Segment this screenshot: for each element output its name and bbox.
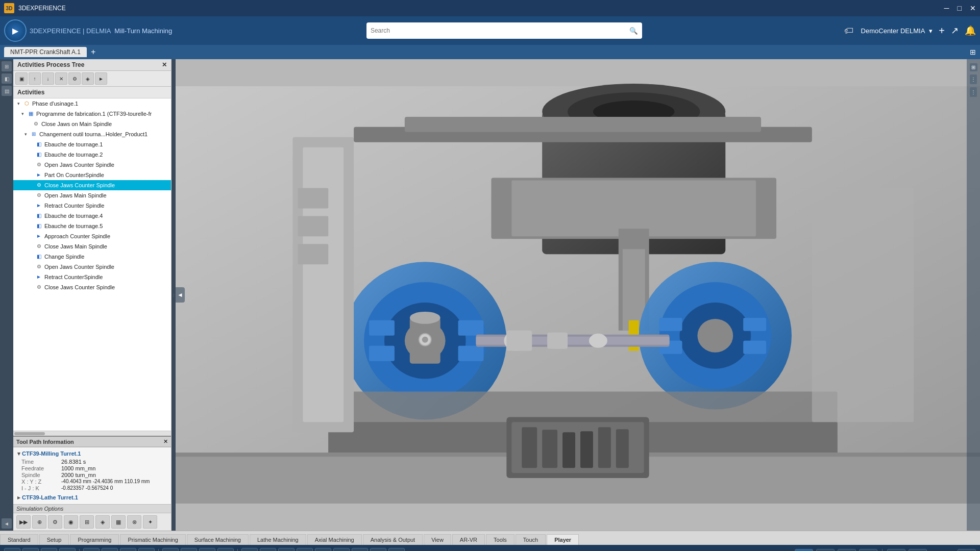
tab-surface[interactable]: Surface Machining <box>187 534 249 545</box>
cmd-zoom[interactable]: ⊞ <box>41 548 57 551</box>
cmd-tool8[interactable]: ▤ <box>370 548 386 551</box>
cmd-stop-sim[interactable]: ■ <box>181 548 197 551</box>
tree-item-ebauche1[interactable]: ◧ Ebauche de tournage.1 <box>13 139 171 149</box>
viewport-right-btn2[interactable]: ⋮ <box>970 74 977 84</box>
add-tab-button[interactable]: + <box>91 47 95 57</box>
pause-button[interactable]: ⏸ <box>816 549 835 551</box>
resize-handle[interactable]: ⋮ <box>172 59 176 531</box>
tree-item-close-main2[interactable]: ⚙ Close Jaws Main Spindle <box>13 241 171 252</box>
tree-item-open-main1[interactable]: ⚙ Open Jaws Main Spindle <box>13 190 171 201</box>
close-button[interactable]: ✕ <box>970 4 976 12</box>
cmd-tool7[interactable]: ⊗ <box>352 548 368 551</box>
sidebar-icon-1[interactable]: ⊞ <box>2 61 12 71</box>
edit-button[interactable]: ✎ <box>958 549 976 551</box>
tree-item-open-counter1[interactable]: ⚙ Open Jaws Counter Spindle <box>13 160 171 170</box>
tab-player[interactable]: Player <box>547 534 579 545</box>
collapse-icon[interactable]: ◄ <box>2 518 12 529</box>
sim-btn-4[interactable]: ◉ <box>64 515 78 529</box>
prog-arrow[interactable]: ▾ <box>21 111 27 116</box>
tree-content[interactable]: ▾ ⬡ Phase d'usinage.1 ▾ ▦ Programme de f… <box>13 98 171 431</box>
sim-btn-7[interactable]: ▦ <box>111 515 126 529</box>
sidebar-icon-2[interactable]: ◧ <box>2 73 12 84</box>
cmd-view-fit[interactable]: ⊡ <box>102 548 118 551</box>
tab-lathe[interactable]: Lathe Machining <box>250 534 306 545</box>
sim-btn-3[interactable]: ⚙ <box>48 515 62 529</box>
tree-item-change-spindle[interactable]: ◧ Change Spindle <box>13 252 171 262</box>
cmd-tool4[interactable]: ⊞ <box>297 548 313 551</box>
tp-section2-title[interactable]: ▸ CTF39-Lathe Turret.1 <box>17 494 167 501</box>
cmd-view-3d[interactable]: ▣ <box>120 548 136 551</box>
tree-item-ebauche5[interactable]: ◧ Ebauche de tournage.5 <box>13 221 171 231</box>
cmd-rotate[interactable]: ↺ <box>59 548 76 551</box>
tab-standard[interactable]: Standard <box>0 534 38 545</box>
changement-arrow[interactable]: ▾ <box>24 132 30 137</box>
tab-analysis[interactable]: Analysis & Output <box>363 534 423 545</box>
sidebar-icon-3[interactable]: ▤ <box>2 86 12 96</box>
main-tab[interactable]: NMT-PPR CrankShaft A.1 <box>4 47 87 57</box>
fullscreen-icon[interactable]: ⊞ <box>970 48 976 56</box>
share-icon[interactable]: ↗ <box>951 25 959 37</box>
logo-compass[interactable] <box>4 19 27 42</box>
tree-tool-view[interactable]: ◈ <box>82 72 94 85</box>
add-icon[interactable]: + <box>939 25 945 37</box>
tree-tool-expand[interactable]: ► <box>95 72 107 85</box>
tab-tools[interactable]: Tools <box>486 534 514 545</box>
notifications-icon[interactable]: 🔔 <box>965 25 976 37</box>
phase-arrow[interactable]: ▾ <box>17 101 22 106</box>
tree-tool-select[interactable]: ▣ <box>15 72 28 85</box>
viewport-right-btn3[interactable]: ⋮ <box>970 87 977 97</box>
maximize-button[interactable]: □ <box>958 4 962 12</box>
minimize-button[interactable]: ─ <box>944 4 949 12</box>
viewport-left-collapse[interactable]: ◄ <box>176 287 185 303</box>
tree-item-changement[interactable]: ▾ ⊞ Changement outil tourna...Holder_Pro… <box>13 129 171 139</box>
sim-btn-8[interactable]: ⊗ <box>127 515 141 529</box>
tab-view[interactable]: View <box>424 534 451 545</box>
cmd-view-home[interactable]: ⌂ <box>83 548 100 551</box>
tree-item-retract-counter1[interactable]: ► Retract Counter Spindle <box>13 201 171 211</box>
tree-item-prog[interactable]: ▾ ▦ Programme de fabrication.1 (CTF39-to… <box>13 109 171 119</box>
cmd-section[interactable]: ⊗ <box>138 548 155 551</box>
tab-programming[interactable]: Programming <box>70 534 119 545</box>
search-button[interactable]: 🔍 <box>629 27 638 35</box>
viewport-right-btn1[interactable]: ⊞ <box>970 63 977 71</box>
cmd-tool2[interactable]: ⚙ <box>260 548 276 551</box>
fast-forward-button[interactable]: ⏭ <box>859 549 877 551</box>
stop-button[interactable]: ■ <box>795 549 813 551</box>
cmd-tool6[interactable]: ◉ <box>333 548 350 551</box>
cmd-step-fwd[interactable]: ⏭ <box>217 548 234 551</box>
cmd-step-back[interactable]: ⏮ <box>199 548 215 551</box>
tree-item-retract-counter2[interactable]: ► Retract CounterSpindle <box>13 272 171 282</box>
tree-close-button[interactable]: ✕ <box>162 61 167 68</box>
tree-item-part-on[interactable]: ► Part On CounterSpindle <box>13 170 171 180</box>
tree-tool-down[interactable]: ↓ <box>42 72 54 85</box>
tab-axial[interactable]: Axial Machining <box>307 534 362 545</box>
tp-section1-title[interactable]: ▾ CTF39-Milling Turret.1 <box>17 450 167 457</box>
tree-item-open-counter2[interactable]: ⚙ Open Jaws Counter Spindle <box>13 262 171 272</box>
list-button[interactable]: ≡ <box>909 549 927 551</box>
tree-tool-up[interactable]: ↑ <box>29 72 41 85</box>
search-input[interactable] <box>371 27 626 34</box>
sim-btn-6[interactable]: ◈ <box>95 515 110 529</box>
sim-btn-9[interactable]: ✦ <box>143 515 157 529</box>
tp-panel-close[interactable]: ✕ <box>163 438 168 445</box>
tab-prismatic[interactable]: Prismatic Machining <box>120 534 185 545</box>
tab-touch[interactable]: Touch <box>516 534 546 545</box>
sim-btn-1[interactable]: ▶▶ <box>16 515 31 529</box>
tree-item-close-counter2[interactable]: ⚙ Close Jaws Counter Spindle <box>13 282 171 292</box>
tree-item-close-main[interactable]: ⚙ Close Jaws on Main Spindle <box>13 119 171 129</box>
cmd-tool5[interactable]: ✦ <box>315 548 331 551</box>
cmd-tool3[interactable]: ◈ <box>278 548 295 551</box>
viewport[interactable]: ⊞ ⋮ ⋮ ◄ <box>176 59 980 531</box>
tree-item-close-counter1[interactable]: ⚙ Close Jaws Counter Spindle <box>13 180 171 190</box>
cmd-tool1[interactable]: ⊕ <box>241 548 258 551</box>
tree-tool-filter[interactable]: ⚙ <box>68 72 81 85</box>
tree-tool-delete[interactable]: ✕ <box>55 72 67 85</box>
tree-item-approach-counter[interactable]: ► Approach Counter Spindle <box>13 231 171 241</box>
tab-setup[interactable]: Setup <box>39 534 69 545</box>
settings-button[interactable]: ⚙ <box>887 549 905 551</box>
cmd-pan[interactable]: ⊕ <box>22 548 39 551</box>
tab-ar-vr[interactable]: AR-VR <box>452 534 485 545</box>
sim-btn-2[interactable]: ⊕ <box>32 515 46 529</box>
bookmark-icon[interactable]: 🏷 <box>844 26 853 36</box>
sim-btn-5[interactable]: ⊞ <box>80 515 94 529</box>
